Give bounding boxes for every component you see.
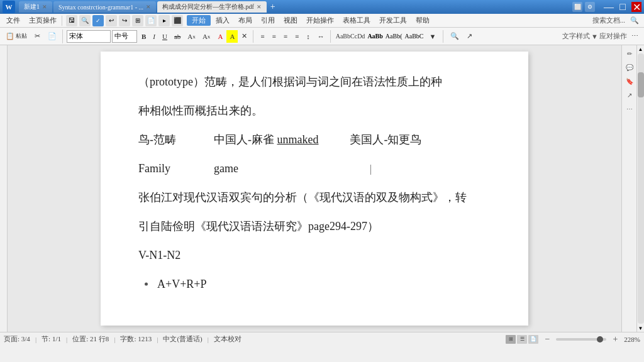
find-btn[interactable]: 🔍: [447, 30, 462, 43]
left-panel: [0, 45, 8, 332]
styles-heading3: AaBbC: [405, 33, 424, 40]
indent-btn[interactable]: ↔: [314, 30, 328, 43]
search-icon[interactable]: 🔍: [628, 16, 641, 25]
font-color-btn[interactable]: A: [214, 30, 226, 43]
document-area[interactable]: （prototype）范畴，是人们根据词与词之间在语法性质上的种 种相似性而概括…: [8, 45, 621, 332]
text-family: Family: [138, 162, 170, 175]
more-options-btn[interactable]: ⋯: [628, 30, 641, 43]
page-info: 页面: 3/4: [4, 334, 30, 344]
response-label: 应对操作: [599, 31, 627, 41]
scroll-up-btn[interactable]: ▲: [637, 45, 645, 53]
section-info: 节: 1/1: [42, 334, 61, 344]
text-style-dropdown[interactable]: ▼: [591, 33, 598, 40]
right-tool-3[interactable]: 🔖: [624, 75, 635, 87]
search-bar[interactable]: 搜索文档...: [592, 16, 625, 25]
add-tab-button[interactable]: +: [268, 2, 278, 12]
menu-table[interactable]: 表格工具: [339, 14, 374, 26]
zoom-thumb[interactable]: [597, 336, 603, 343]
tab-close-icon[interactable]: ✕: [257, 4, 262, 10]
styles-dropdown[interactable]: ▼: [426, 30, 440, 43]
scroll-down-btn[interactable]: ▼: [637, 324, 645, 332]
zoom-level[interactable]: 228%: [624, 336, 640, 343]
superscript-btn[interactable]: Ax: [184, 30, 199, 43]
menu-insert[interactable]: 插入: [212, 14, 233, 26]
styles-heading2: AaBb(: [386, 33, 402, 40]
tab-close-icon[interactable]: ✕: [146, 4, 151, 10]
toolbar-icon-5[interactable]: ⊞: [132, 15, 143, 26]
bold-btn[interactable]: B: [138, 30, 149, 43]
paste-btn[interactable]: 📋粘贴: [3, 30, 30, 43]
underline-btn[interactable]: U: [159, 30, 170, 43]
tab-syntax[interactable]: Syntax constrction-grammar1 - ... ✕: [53, 1, 156, 13]
toolbar-icon-4[interactable]: ↪: [119, 15, 130, 26]
zoom-in-btn[interactable]: +: [610, 334, 620, 344]
close-button[interactable]: ✕: [631, 2, 641, 12]
status-right: ⊞ ☰ 📄 − + 228%: [506, 334, 640, 344]
start-button[interactable]: 开始: [187, 15, 211, 26]
right-tool-1[interactable]: ✏: [624, 48, 635, 59]
word-count: 字数: 1213: [120, 334, 152, 344]
toolbar-icon-6[interactable]: 📄: [145, 15, 157, 26]
tab-new[interactable]: 新建1 ✕: [19, 1, 52, 13]
right-tool-4[interactable]: ↗: [624, 89, 635, 101]
right-tool-5[interactable]: ⋯: [624, 103, 635, 114]
cut-btn[interactable]: ✂: [31, 30, 43, 43]
text-line-1: （prototype）范畴，是人们根据词与词之间在语法性质上的种: [138, 70, 491, 93]
text-style-group: 文字样式 ▼ 应对操作 ⋯: [562, 30, 641, 43]
menu-view[interactable]: 视图: [280, 14, 301, 26]
minimize-icon[interactable]: ⬜: [572, 2, 582, 12]
view-mode-3[interactable]: 📄: [528, 335, 538, 344]
tab-close-icon[interactable]: ✕: [42, 4, 47, 10]
zoom-out-btn[interactable]: −: [542, 334, 552, 344]
view-mode-2[interactable]: ☰: [517, 335, 527, 344]
clear-format-btn[interactable]: ✕: [238, 30, 250, 43]
toolbar-icon-7[interactable]: ▸: [158, 15, 170, 26]
zoom-slider[interactable]: [556, 338, 606, 341]
maximize-button[interactable]: □: [618, 2, 628, 12]
window-controls: ⬜ ⚙ — □ ✕: [572, 2, 641, 12]
copy-btn[interactable]: 📄: [45, 30, 60, 43]
right-tool-2[interactable]: 💬: [624, 62, 635, 73]
align-center-btn[interactable]: ≡: [269, 30, 279, 43]
menu-help[interactable]: 帮助: [412, 14, 433, 26]
toolbar-icon-8[interactable]: ⬛: [172, 15, 183, 26]
tab-label: 构成成分同定分析—生字价格.pdf: [162, 3, 254, 11]
menu-file[interactable]: 文件: [3, 14, 24, 26]
menu-home[interactable]: 主页操作: [25, 14, 60, 26]
line-spacing-btn[interactable]: ↕: [303, 30, 313, 43]
font-size-input[interactable]: [112, 30, 137, 43]
language-info[interactable]: 中文(普通话): [163, 334, 202, 344]
strikethrough-btn[interactable]: ab: [171, 30, 184, 43]
document-page[interactable]: （prototype）范畴，是人们根据词与词之间在语法性质上的种 种相似性而概括…: [101, 52, 528, 326]
menu-dev[interactable]: 开发工具: [375, 14, 411, 26]
text-line-avr: A+V+R+P: [138, 273, 491, 295]
subscript-btn[interactable]: Ax: [199, 30, 214, 43]
text-check[interactable]: 文本校对: [214, 334, 242, 344]
menu-layout[interactable]: 布局: [235, 14, 256, 26]
toolbar-icon-1[interactable]: 🖫: [66, 15, 77, 26]
tab-label: 新建1: [24, 3, 40, 11]
toolbar-icon-2[interactable]: 🔍: [79, 15, 91, 26]
document-content: （prototype）范畴，是人们根据词与词之间在语法性质上的种 种相似性而概括…: [138, 70, 491, 295]
minimize-button[interactable]: —: [604, 2, 614, 12]
menu-reference[interactable]: 引用: [257, 14, 279, 26]
scroll-thumb[interactable]: [638, 72, 644, 97]
toolbar: 📋粘贴 ✂ 📄 B I U ab Ax Ax A A ✕ ≡ ≡ ≡ ≡ ↕ ↔…: [0, 28, 644, 45]
view-mode-1[interactable]: ⊞: [506, 335, 516, 344]
align-left-btn[interactable]: ≡: [257, 30, 267, 43]
italic-btn[interactable]: I: [150, 30, 158, 43]
text-line-vn1n2: V-N1-N2: [138, 244, 491, 266]
vertical-scrollbar[interactable]: ▲ ▼: [636, 45, 644, 332]
settings-icon[interactable]: ⚙: [585, 2, 595, 12]
text-line-zhang1: 张伯江对现代汉语双宾句的分析（《现代汉语的双及物构式》，转: [138, 186, 491, 209]
select-btn[interactable]: ↗: [464, 30, 475, 43]
toolbar-icon-active[interactable]: ✓: [92, 15, 104, 26]
toolbar-icon-3[interactable]: ↩: [106, 15, 117, 26]
align-right-btn[interactable]: ≡: [280, 30, 291, 43]
menu-tools[interactable]: 开始操作: [303, 14, 338, 26]
align-justify-btn[interactable]: ≡: [292, 30, 302, 43]
highlight-btn[interactable]: A: [226, 30, 238, 43]
tab-pdf[interactable]: 构成成分同定分析—生字价格.pdf ✕: [157, 1, 267, 13]
scroll-track[interactable]: [638, 53, 644, 324]
font-name-input[interactable]: [67, 30, 111, 43]
